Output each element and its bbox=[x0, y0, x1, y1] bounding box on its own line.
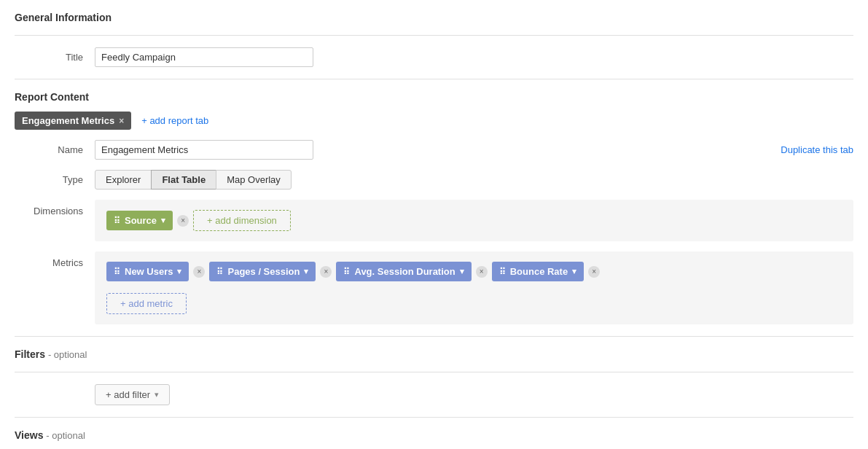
bounce-rate-label: Bounce Rate bbox=[510, 266, 568, 277]
report-content-section: Report Content Engagement Metrics × + ad… bbox=[15, 91, 853, 324]
new-users-remove-icon[interactable]: × bbox=[193, 266, 205, 278]
tab-close-icon[interactable]: × bbox=[119, 116, 124, 126]
add-filter-button[interactable]: + add filter ▾ bbox=[95, 384, 170, 405]
pages-session-metric-chip[interactable]: ⠿ Pages / Session ▾ bbox=[209, 262, 316, 281]
avg-session-chevron-icon: ▾ bbox=[460, 267, 464, 276]
add-metric-row: + add metric bbox=[106, 287, 842, 314]
name-row: Name Duplicate this tab bbox=[15, 140, 853, 160]
new-users-chevron-icon: ▾ bbox=[177, 267, 181, 276]
general-information-title: General Information bbox=[15, 12, 853, 23]
bounce-rate-remove-icon[interactable]: × bbox=[588, 266, 600, 278]
pages-session-remove-icon[interactable]: × bbox=[320, 266, 332, 278]
type-label: Type bbox=[15, 174, 95, 185]
avg-session-metric-chip[interactable]: ⠿ Avg. Session Duration ▾ bbox=[336, 262, 471, 281]
add-metric-button[interactable]: + add metric bbox=[106, 293, 187, 314]
title-label: Title bbox=[15, 52, 95, 63]
filters-section: Filters - optional + add filter ▾ bbox=[15, 348, 853, 405]
name-input[interactable] bbox=[95, 140, 313, 160]
add-filter-row: + add filter ▾ bbox=[15, 384, 853, 405]
source-dimension-chip[interactable]: ⠿ Source ▾ bbox=[106, 211, 173, 230]
avg-session-remove-icon[interactable]: × bbox=[476, 266, 488, 278]
title-row: Title bbox=[15, 47, 853, 67]
pages-session-label: Pages / Session bbox=[227, 266, 300, 277]
general-information-section: General Information Title bbox=[15, 12, 853, 67]
source-chip-label: Source bbox=[125, 215, 157, 226]
report-content-title: Report Content bbox=[15, 91, 853, 103]
metrics-label: Metrics bbox=[15, 251, 95, 268]
dimensions-label: Dimensions bbox=[15, 200, 95, 216]
filter-chevron-icon: ▾ bbox=[155, 390, 159, 399]
metric-chips-row: ⠿ New Users ▾ × ⠿ Pages / Session ▾ × ⠿ … bbox=[106, 262, 842, 281]
drag-icon: ⠿ bbox=[114, 216, 120, 226]
avg-session-drag-icon: ⠿ bbox=[343, 267, 350, 277]
type-explorer-button[interactable]: Explorer bbox=[95, 170, 152, 190]
source-chevron-icon: ▾ bbox=[161, 216, 165, 225]
pages-session-chevron-icon: ▾ bbox=[304, 267, 308, 276]
tabs-bar: Engagement Metrics × + add report tab bbox=[15, 112, 853, 130]
new-users-label: New Users bbox=[125, 266, 173, 277]
avg-session-label: Avg. Session Duration bbox=[354, 266, 455, 277]
filters-optional: - optional bbox=[48, 349, 87, 360]
title-input[interactable] bbox=[95, 47, 313, 67]
source-remove-icon[interactable]: × bbox=[177, 215, 189, 227]
new-users-metric-chip[interactable]: ⠿ New Users ▾ bbox=[106, 262, 189, 281]
bounce-rate-metric-chip[interactable]: ⠿ Bounce Rate ▾ bbox=[492, 262, 584, 281]
name-label: Name bbox=[15, 144, 95, 155]
add-dimension-button[interactable]: + add dimension bbox=[193, 210, 291, 231]
views-title: Views - optional bbox=[15, 429, 853, 441]
dimensions-row: Dimensions ⠿ Source ▾ × + add dimension bbox=[15, 200, 853, 241]
duplicate-tab-link[interactable]: Duplicate this tab bbox=[781, 144, 853, 155]
dimensions-area: ⠿ Source ▾ × + add dimension bbox=[95, 200, 853, 241]
type-map-overlay-button[interactable]: Map Overlay bbox=[216, 170, 292, 190]
metrics-area: ⠿ New Users ▾ × ⠿ Pages / Session ▾ × ⠿ … bbox=[95, 251, 853, 324]
views-optional: - optional bbox=[46, 430, 85, 441]
type-buttons-group: Explorer Flat Table Map Overlay bbox=[95, 170, 292, 190]
engagement-metrics-tab[interactable]: Engagement Metrics × bbox=[15, 112, 131, 130]
filters-title: Filters - optional bbox=[15, 348, 853, 360]
type-row: Type Explorer Flat Table Map Overlay bbox=[15, 170, 853, 190]
metrics-row: Metrics ⠿ New Users ▾ × ⠿ Pages / Sessio… bbox=[15, 251, 853, 324]
bounce-rate-chevron-icon: ▾ bbox=[572, 267, 576, 276]
add-filter-label: + add filter bbox=[106, 389, 150, 400]
add-report-tab-button[interactable]: + add report tab bbox=[136, 112, 214, 130]
type-flat-table-button[interactable]: Flat Table bbox=[151, 170, 216, 190]
pages-session-drag-icon: ⠿ bbox=[216, 267, 223, 277]
views-section: Views - optional All views associated wi… bbox=[15, 429, 853, 449]
dimension-chips-row: ⠿ Source ▾ × + add dimension bbox=[106, 210, 842, 231]
new-users-drag-icon: ⠿ bbox=[114, 267, 120, 277]
bounce-rate-drag-icon: ⠿ bbox=[499, 267, 506, 277]
tab-label: Engagement Metrics bbox=[22, 115, 114, 126]
